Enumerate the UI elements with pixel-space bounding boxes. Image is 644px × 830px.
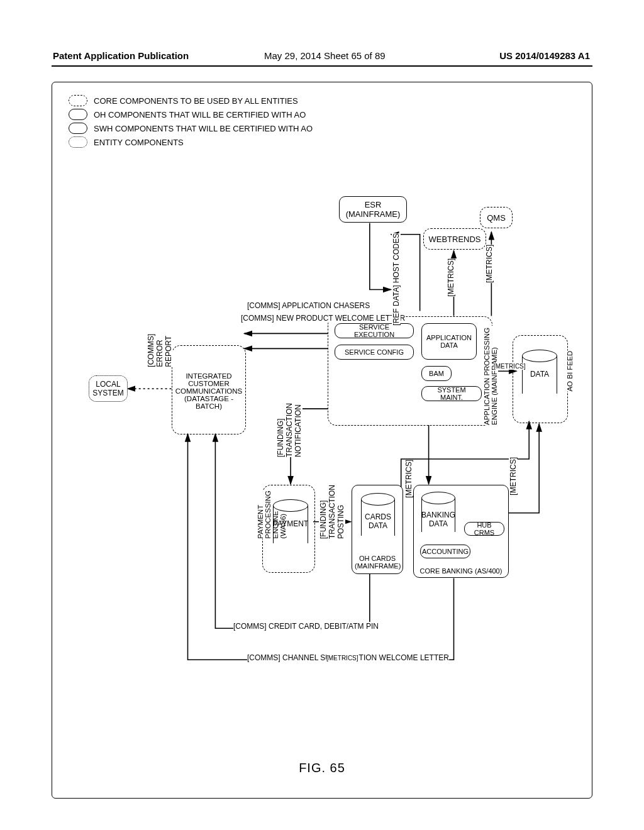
node-oh-cards-label: OH CARDS(MAINFRAME) — [355, 555, 400, 570]
legend-oh: OH COMPONENTS THAT WILL BE CERTIFIED WIT… — [69, 109, 313, 120]
legend-label-ent: ENTITY COMPONENTS — [94, 138, 184, 147]
group-icc: INTEGRATEDCUSTOMERCOMMUNICATIONS(DATASTA… — [172, 345, 246, 434]
node-esr: ESR(MAINFRAME) — [339, 196, 407, 223]
annot-comms-error: [COMMS]ERRORREPORT — [147, 334, 173, 367]
annot-comms-chasers: [COMMS] APPLICATION CHASERS — [247, 301, 370, 310]
annot-metrics-ohcards: [METRICS] — [404, 460, 413, 498]
node-oh-cards: OH CARDS(MAINFRAME) CARDSDATA — [352, 485, 403, 574]
legend-swh: SWH COMPONENTS THAT WILL BE CERTIFIED WI… — [69, 123, 313, 134]
node-webtrends: WEBTRENDS — [423, 228, 486, 250]
node-bam: BAM — [421, 366, 452, 381]
node-payment-data: PAYMENT — [273, 499, 308, 550]
node-local-system: LOCALSYSTEM — [89, 375, 128, 402]
figure-canvas: CORE COMPONENTS TO BE USED BY ALL ENTITI… — [52, 82, 592, 799]
annot-metrics-qms: [METRICS] — [485, 245, 494, 283]
annot-metrics-webtrends: [METRICS] — [447, 258, 455, 297]
group-ape-label: APPLICATION PROCESSING ENGINE (MAINFRAME… — [483, 326, 498, 425]
annot-comms-welcome: [COMMS] NEW PRODUCT WELCOME LETTER — [241, 314, 405, 323]
node-icc: INTEGRATEDCUSTOMERCOMMUNICATIONS(DATASTA… — [177, 355, 240, 428]
legend-label-oh: OH COMPONENTS THAT WILL BE CERTIFIED WIT… — [94, 110, 306, 119]
node-cards-data: CARDSDATA — [361, 493, 395, 542]
publication-type: Patent Application Publication — [53, 50, 189, 61]
annot-card-pin: [COMMS] CREDIT CARD, DEBIT/ATM PIN — [233, 622, 379, 631]
annot-metrics-corebank: [METRICS] — [509, 457, 518, 495]
node-application-data: APPLICATIONDATA — [421, 323, 477, 360]
date-and-sheet: May 29, 2014 Sheet 65 of 89 — [264, 50, 386, 61]
group-ao-bi-label: AO BI FEED — [566, 351, 574, 392]
connector-layer — [52, 82, 592, 798]
group-ape: APPLICATION PROCESSING ENGINE (MAINFRAME… — [328, 316, 492, 426]
node-core-banking-label: CORE BANKING (AS/400) — [416, 567, 506, 575]
header-rule — [52, 65, 592, 67]
legend-label-swh: SWH COMPONENTS THAT WILL BE CERTIFIED WI… — [94, 124, 313, 133]
legend-swatch-oh — [69, 109, 87, 120]
node-service-execution: SERVICE EXECUTION — [335, 323, 414, 338]
node-accounting: ACCOUNTING — [420, 545, 470, 558]
node-cards-data-label: CARDSDATA — [361, 512, 395, 530]
legend-swatch-swh — [69, 123, 87, 134]
annot-funding-post: [FUNDING]TRANSACTIONPOSTING — [319, 485, 345, 539]
node-service-config: SERVICE CONFIG — [335, 345, 414, 360]
legend-swatch-core — [69, 95, 87, 106]
node-hub-crms: HUB CRMS — [464, 522, 504, 536]
node-bi-data: DATA — [522, 350, 557, 400]
annot-funding-notif: [FUNDING]TRANSACTIONNOTIFICATION — [276, 403, 303, 457]
publication-number: US 2014/0149283 A1 — [499, 50, 590, 61]
node-system-maint: SYSTEM MAINT. — [421, 386, 482, 401]
figure-caption: FIG. 65 — [52, 761, 592, 775]
annot-metrics-bottom: [METRICS] — [326, 655, 358, 661]
group-payment-engine: PAYMENTPROCESSINGENGINE(WAS6) PAYMENT — [262, 485, 315, 573]
node-banking-data-label: BANKINGDATA — [421, 511, 455, 528]
node-banking-data: BANKINGDATA — [421, 492, 455, 538]
legend-swatch-ent — [69, 136, 87, 148]
legend-ent: ENTITY COMPONENTS — [69, 136, 313, 148]
legend-core: CORE COMPONENTS TO BE USED BY ALL ENTITI… — [69, 95, 313, 106]
node-payment-data-label: PAYMENT — [273, 519, 308, 528]
annot-refdata: [REF DATA] HOST CODES — [392, 233, 401, 326]
group-ao-bi: AO BI FEED DATA — [513, 335, 568, 423]
node-qms: QMS — [480, 207, 513, 228]
node-bi-data-label: DATA — [522, 370, 557, 379]
node-core-banking: CORE BANKING (AS/400) BANKINGDATA ACCOUN… — [413, 485, 509, 578]
annot-metrics-bi: [METRICS] — [494, 363, 526, 370]
legend-label-core: CORE COMPONENTS TO BE USED BY ALL ENTITI… — [94, 96, 298, 106]
legend: CORE COMPONENTS TO BE USED BY ALL ENTITI… — [69, 95, 313, 150]
